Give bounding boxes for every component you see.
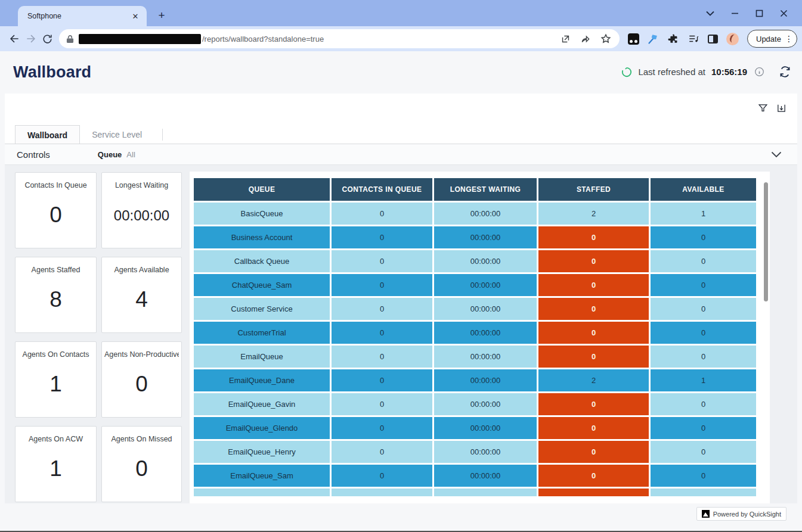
cell-staffed[interactable]: 0 bbox=[538, 298, 649, 320]
cell-queue[interactable]: EmailQueue_Glendo bbox=[194, 417, 330, 439]
info-icon[interactable] bbox=[754, 67, 764, 77]
controls-collapse-chevron-icon[interactable] bbox=[771, 151, 782, 158]
window-close-button[interactable] bbox=[780, 10, 788, 17]
open-in-new-icon[interactable] bbox=[561, 34, 571, 44]
cell-staffed[interactable]: 0 bbox=[538, 226, 649, 248]
cell-longest_waiting[interactable]: 00:00:00 bbox=[434, 393, 537, 415]
cell-staffed[interactable]: 0 bbox=[538, 441, 649, 463]
address-bar[interactable]: /reports/wallboard?standalone=true bbox=[59, 29, 620, 48]
cell-queue[interactable]: EmailQueue_Sam bbox=[194, 465, 330, 487]
cell-queue[interactable]: Callback Queue bbox=[194, 250, 330, 272]
cell-longest_waiting[interactable]: 00:00:00 bbox=[434, 203, 537, 225]
cell-available[interactable]: 0 bbox=[651, 346, 756, 368]
cell-staffed[interactable]: 0 bbox=[538, 346, 649, 368]
cell-longest_waiting[interactable]: 00:00:00 bbox=[434, 465, 537, 487]
quicksight-badge[interactable]: Powered by QuickSight bbox=[696, 507, 786, 521]
export-icon[interactable] bbox=[776, 103, 786, 113]
extension-axe-icon[interactable] bbox=[648, 33, 659, 45]
cell-contacts_in_queue[interactable]: 0 bbox=[332, 322, 432, 344]
cell-contacts_in_queue[interactable]: 0 bbox=[332, 393, 432, 415]
new-tab-button[interactable]: + bbox=[154, 8, 169, 23]
cell-available[interactable]: 1 bbox=[651, 369, 756, 391]
bookmark-star-icon[interactable] bbox=[600, 33, 611, 44]
cell-longest_waiting[interactable]: 00:00:00 bbox=[434, 369, 537, 391]
cell-longest_waiting[interactable]: 00:00:00 bbox=[434, 322, 537, 344]
cell-available[interactable]: 0 bbox=[651, 393, 756, 415]
cell-available[interactable]: 0 bbox=[651, 322, 756, 344]
cell-contacts_in_queue[interactable]: 0 bbox=[332, 250, 432, 272]
cell-queue[interactable]: EmailQueue bbox=[194, 346, 330, 368]
cell-staffed[interactable]: 2 bbox=[538, 369, 649, 391]
cell-staffed[interactable]: 2 bbox=[538, 203, 649, 225]
cell-contacts_in_queue[interactable]: 0 bbox=[332, 203, 432, 225]
cell-queue[interactable]: BasicQueue bbox=[194, 203, 330, 225]
extension-dark-square-icon[interactable] bbox=[628, 33, 639, 45]
cell-queue[interactable]: EmailQueue_Henry bbox=[194, 441, 330, 463]
cell-queue[interactable]: EmailQueue_Gavin bbox=[194, 393, 330, 415]
cell-contacts_in_queue[interactable]: 0 bbox=[332, 346, 432, 368]
cell-staffed[interactable]: 0 bbox=[538, 417, 649, 439]
forward-button[interactable] bbox=[25, 30, 37, 47]
cell-available[interactable]: 0 bbox=[651, 489, 756, 496]
cell-available[interactable]: 1 bbox=[651, 203, 756, 225]
tab-search-chevron-icon[interactable] bbox=[706, 11, 714, 16]
cell-longest_waiting[interactable]: 00:00:00 bbox=[434, 298, 537, 320]
back-button[interactable] bbox=[8, 30, 20, 47]
window-maximize-button[interactable] bbox=[755, 10, 763, 17]
reading-list-icon[interactable] bbox=[688, 33, 699, 44]
extensions-puzzle-icon[interactable] bbox=[668, 33, 679, 45]
cell-available[interactable]: 0 bbox=[651, 274, 756, 296]
cell-longest_waiting[interactable]: 00:00:00 bbox=[434, 346, 537, 368]
cell-longest_waiting[interactable]: 00:00:00 bbox=[434, 417, 537, 439]
browser-tab-softphone[interactable]: Softphone ✕ bbox=[18, 6, 147, 26]
tab-wallboard[interactable]: Wallboard bbox=[15, 125, 80, 144]
col-header-available: AVAILABLE bbox=[651, 178, 756, 201]
cell-queue[interactable]: Customer Service bbox=[194, 298, 330, 320]
cell-queue[interactable]: CustomerTrial bbox=[194, 322, 330, 344]
cell-longest_waiting[interactable]: 00:00:00 bbox=[434, 489, 537, 496]
profile-avatar[interactable] bbox=[726, 33, 739, 45]
cell-longest_waiting[interactable]: 00:00:00 bbox=[434, 274, 537, 296]
chrome-update-button[interactable]: Update ⋮ bbox=[747, 30, 797, 48]
cell-queue[interactable]: Business Account bbox=[194, 226, 330, 248]
cell-queue[interactable]: EmailQueue_Dane bbox=[194, 369, 330, 391]
cell-staffed[interactable]: 0 bbox=[538, 489, 649, 496]
cell-contacts_in_queue[interactable]: 0 bbox=[332, 369, 432, 391]
cell-available[interactable]: 0 bbox=[651, 465, 756, 487]
window-minimize-button[interactable] bbox=[731, 10, 739, 17]
cell-staffed[interactable]: 0 bbox=[538, 322, 649, 344]
cell-available[interactable]: 0 bbox=[651, 250, 756, 272]
cell-longest_waiting[interactable]: 00:00:00 bbox=[434, 250, 537, 272]
cell-queue[interactable]: EmailQueue_Tom bbox=[194, 489, 330, 496]
cell-contacts_in_queue[interactable]: 0 bbox=[332, 274, 432, 296]
cell-staffed[interactable]: 0 bbox=[538, 393, 649, 415]
side-panel-icon[interactable] bbox=[708, 35, 718, 43]
cell-staffed[interactable]: 0 bbox=[538, 250, 649, 272]
browser-menu-kebab-icon[interactable]: ⋮ bbox=[785, 36, 793, 42]
cell-contacts_in_queue[interactable]: 0 bbox=[332, 226, 432, 248]
cell-available[interactable]: 0 bbox=[651, 298, 756, 320]
cell-longest_waiting[interactable]: 00:00:00 bbox=[434, 226, 537, 248]
cell-contacts_in_queue[interactable]: 0 bbox=[332, 465, 432, 487]
dashboard-sheet-top: Wallboard Service Level bbox=[5, 94, 797, 144]
cell-contacts_in_queue[interactable]: 0 bbox=[332, 298, 432, 320]
cell-staffed[interactable]: 0 bbox=[538, 274, 649, 296]
reload-button[interactable] bbox=[42, 30, 53, 47]
cell-contacts_in_queue[interactable]: 0 bbox=[332, 417, 432, 439]
cell-longest_waiting[interactable]: 00:00:00 bbox=[434, 441, 537, 463]
cell-queue[interactable]: ChatQueue_Sam bbox=[194, 274, 330, 296]
table-scrollbar-thumb[interactable] bbox=[764, 182, 768, 301]
queue-filter-control[interactable]: Queue All bbox=[98, 150, 135, 159]
col-header-longest-waiting: LONGEST WAITING bbox=[434, 178, 537, 201]
tab-close-icon[interactable]: ✕ bbox=[130, 11, 141, 21]
filter-icon[interactable] bbox=[758, 103, 768, 113]
tab-service-level[interactable]: Service Level bbox=[80, 125, 154, 144]
cell-available[interactable]: 0 bbox=[651, 441, 756, 463]
cell-available[interactable]: 0 bbox=[651, 417, 756, 439]
refresh-button[interactable] bbox=[779, 66, 791, 78]
cell-contacts_in_queue[interactable]: 0 bbox=[332, 441, 432, 463]
cell-staffed[interactable]: 0 bbox=[538, 465, 649, 487]
cell-available[interactable]: 0 bbox=[651, 226, 756, 248]
share-icon[interactable] bbox=[580, 34, 591, 44]
cell-contacts_in_queue[interactable]: 0 bbox=[332, 489, 432, 496]
